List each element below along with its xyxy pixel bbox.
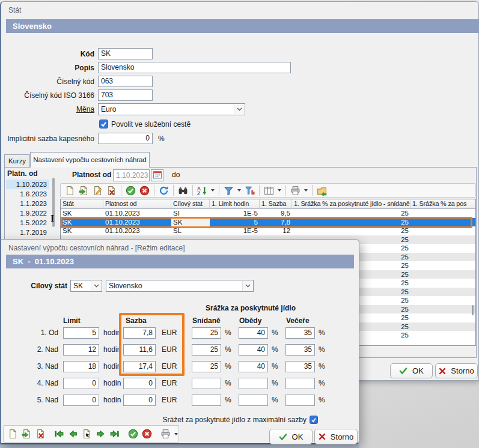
refresh-icon[interactable]	[159, 186, 169, 196]
delete-icon[interactable]	[35, 429, 46, 439]
dropdown-caret-icon[interactable]	[174, 433, 178, 435]
import-icon[interactable]	[79, 186, 89, 196]
new-document-icon[interactable]	[8, 429, 18, 439]
nav-first-icon[interactable]	[54, 429, 64, 439]
cancel-icon[interactable]	[142, 429, 152, 439]
kapesne-field[interactable]: 0	[98, 133, 153, 144]
record-list-icon[interactable]	[82, 429, 92, 439]
confirm-icon[interactable]	[126, 186, 136, 196]
obedy-field[interactable]	[239, 378, 268, 389]
column-header[interactable]: 1. Srážka % za poskytnuté jídlo - snídan…	[292, 199, 410, 209]
snidane-field[interactable]: 25	[192, 361, 221, 372]
confirm-icon[interactable]	[128, 429, 138, 439]
column-header[interactable]: 1. Sazba	[260, 199, 292, 209]
vecere-field[interactable]: 35	[285, 327, 315, 339]
vecere-field[interactable]	[285, 395, 315, 406]
ok-button[interactable]: OK	[390, 363, 433, 378]
dropdown-caret-icon[interactable]	[211, 189, 215, 192]
nav-next-icon[interactable]	[96, 429, 106, 439]
srazet-checkbox[interactable]	[310, 416, 318, 424]
iso-kod-field[interactable]: 703	[98, 89, 153, 101]
vecere-field[interactable]: 35	[285, 344, 315, 356]
obedy-field[interactable]: 40	[239, 327, 268, 339]
column-header[interactable]: Stát	[61, 199, 103, 209]
dialog-ok-button[interactable]: OK	[269, 429, 313, 444]
platnost-od-input[interactable]: 1.10.2023	[113, 169, 150, 181]
limit-field[interactable]: 18	[63, 361, 99, 372]
snidane-field[interactable]	[192, 378, 221, 389]
filter-icon[interactable]	[224, 186, 234, 196]
table-cell: 01.10.2023	[103, 209, 171, 218]
cilovy-stat-combobox[interactable]: SK	[70, 280, 102, 292]
cilovy-stat-name-combobox[interactable]: Slovensko	[106, 280, 254, 292]
columns-icon[interactable]	[264, 186, 274, 196]
table-row[interactable]: SK01.10.2023SL1E-51225	[61, 226, 476, 235]
date-item[interactable]: 1.6.2023	[6, 189, 49, 199]
kod-field[interactable]: SK	[98, 48, 153, 59]
chevron-down-icon[interactable]	[234, 104, 244, 114]
dropdown-caret-icon[interactable]	[237, 189, 241, 192]
print-icon[interactable]	[290, 186, 301, 196]
cancel-icon[interactable]	[139, 186, 150, 196]
ciselny-kod-field[interactable]: 063	[98, 76, 153, 87]
column-header[interactable]: Platnost od	[103, 199, 171, 209]
vecere-field[interactable]: 35	[285, 361, 315, 372]
nav-last-icon[interactable]	[109, 429, 120, 439]
date-item[interactable]: 1.1.2023	[6, 199, 49, 208]
column-header[interactable]: Cílový stat	[171, 199, 210, 209]
limit-field[interactable]: 0	[63, 395, 99, 406]
sazba-field[interactable]: 0	[123, 378, 156, 389]
sazba-field[interactable]: 0	[123, 395, 156, 406]
column-header[interactable]: 1. Limit hodin	[210, 199, 260, 209]
nav-prev-icon[interactable]	[68, 429, 78, 439]
date-item[interactable]: 1.7.2019	[6, 228, 49, 237]
table-row[interactable]: SK01.10.2023SK57,825	[61, 218, 476, 227]
dropdown-caret-icon[interactable]	[278, 189, 281, 192]
print-icon[interactable]	[160, 429, 171, 439]
obedy-field[interactable]	[239, 395, 268, 406]
delete-icon[interactable]	[106, 186, 117, 196]
dialog-storno-button[interactable]: Storno	[314, 429, 358, 444]
mena-label: Měna	[1, 104, 94, 115]
import-icon[interactable]	[22, 429, 32, 439]
export-icon[interactable]	[317, 186, 327, 196]
sort-az-icon[interactable]: AZ	[197, 186, 207, 196]
limit-field[interactable]: 0	[63, 378, 99, 389]
dialog-titlebar: Nastavení výpočtu cestovních náhrad - [R…	[1, 240, 359, 255]
table-cell	[410, 226, 476, 235]
date-item[interactable]: 1.9.2022	[6, 208, 49, 218]
chevron-down-icon[interactable]	[91, 281, 101, 291]
sazba-field[interactable]: 7,8	[123, 327, 156, 339]
vecere-field[interactable]	[285, 378, 315, 389]
calendar-button[interactable]	[151, 169, 163, 181]
percent-unit: %	[272, 344, 278, 356]
new-document-icon[interactable]	[65, 186, 75, 196]
filter-chart-icon[interactable]	[245, 186, 255, 196]
popis-field[interactable]: Slovensko	[98, 62, 291, 73]
obedy-field[interactable]: 40	[239, 361, 268, 372]
table-row[interactable]: SK01.10.2023SI1E-59,525	[61, 209, 476, 218]
dropdown-caret-icon[interactable]	[304, 189, 308, 192]
table-scrollbar[interactable]	[472, 305, 474, 315]
sazba-field[interactable]: 11,6	[123, 344, 156, 356]
table-cell: 25	[292, 226, 410, 235]
date-item[interactable]: 1.10.2023	[6, 180, 49, 189]
dates-list: 1.10.20231.6.20231.1.20231.9.20221.5.202…	[6, 180, 49, 237]
tab-kurzy[interactable]: Kurzy	[4, 154, 30, 168]
sazba-field[interactable]: 17,4	[123, 361, 156, 372]
storno-button[interactable]: Storno	[435, 363, 478, 378]
tab-nastaveni[interactable]: Nastavení vypočtu cestovních náhrad	[30, 152, 150, 168]
date-item[interactable]: 1.5.2022	[6, 218, 49, 228]
obedy-field[interactable]: 40	[239, 344, 268, 356]
povolit-checkbox[interactable]	[99, 120, 108, 129]
edit-icon[interactable]	[93, 186, 103, 196]
snidane-field[interactable]: 25	[192, 327, 221, 339]
chevron-down-icon[interactable]	[242, 281, 252, 291]
binoculars-icon[interactable]	[178, 186, 188, 196]
limit-field[interactable]: 12	[63, 344, 99, 356]
column-header[interactable]: 1. Srážka % za pos	[410, 199, 476, 209]
snidane-field[interactable]: 25	[192, 344, 221, 356]
limit-field[interactable]: 5	[63, 327, 99, 339]
mena-combobox[interactable]: Euro	[98, 103, 245, 115]
snidane-field[interactable]	[192, 395, 221, 406]
